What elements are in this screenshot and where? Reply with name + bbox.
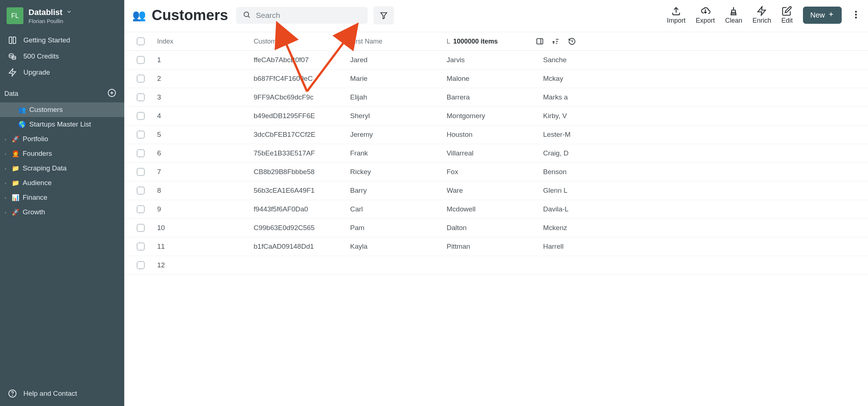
search-box[interactable] [236, 7, 368, 24]
cell-first-name: Rickey [350, 163, 447, 181]
table-row[interactable]: 2b687FfC4F1600eCMarieMaloneMckay [124, 69, 868, 88]
edit-icon [782, 6, 792, 16]
cell-extra: Mckay [543, 69, 563, 88]
clean-button[interactable]: Clean [725, 6, 742, 25]
row-checkbox[interactable] [137, 112, 145, 120]
cell-first-name: Kayla [350, 237, 447, 256]
column-index[interactable]: Index [157, 33, 254, 50]
sidebar: FL Datablist Florian Poullin Getting Sta… [0, 0, 124, 406]
svg-line-9 [248, 16, 250, 18]
more-menu-button[interactable] [852, 7, 860, 23]
nav-item[interactable]: ›📁Scraping Data [0, 161, 124, 176]
table-row[interactable]: 4b49edDB1295FF6ESherylMontgomeryKirby, V [124, 107, 868, 125]
sort-button[interactable] [552, 37, 560, 45]
nav-item[interactable]: 👥Customers [0, 102, 124, 117]
cell-customer-id: 9FF9ACbc69dcF9c [254, 88, 350, 106]
table-row[interactable]: 675bEe1B33E517AFFrankVillarrealCraig, D [124, 144, 868, 163]
table-row[interactable]: 856b3cEA1E6A49F1BarryWareGlenn L [124, 181, 868, 200]
nav-emoji: 📁 [11, 179, 20, 187]
table-row[interactable]: 39FF9ACbc69dcF9cElijahBarreraMarks a [124, 88, 868, 107]
edit-button[interactable]: Edit [781, 6, 793, 25]
search-input[interactable] [256, 11, 361, 20]
workspace-title: Datablist [29, 8, 62, 17]
row-checkbox[interactable] [137, 168, 145, 176]
help-link[interactable]: Help and Contact [0, 386, 124, 402]
row-checkbox[interactable] [137, 224, 145, 232]
add-collection-button[interactable] [107, 89, 116, 99]
cell-first-name: Sheryl [350, 107, 447, 125]
column-first-name[interactable]: First Name [350, 33, 447, 50]
table-body: 1ffeCAb7AbcB0f07JaredJarvisSanche2b687Ff… [124, 51, 868, 406]
cell-extra: Sanche [543, 51, 566, 69]
cell-last-name: Ware [447, 181, 543, 200]
cell-extra: Craig, D [543, 144, 569, 162]
table-row[interactable]: 7CB8b29B8Fbbbe58RickeyFoxBenson [124, 163, 868, 181]
nav-item[interactable]: ›🚀Portfolio [0, 132, 124, 146]
cell-last-name: Mcdowell [447, 200, 543, 218]
row-checkbox[interactable] [137, 261, 145, 269]
table-row[interactable]: 12 [124, 256, 868, 275]
search-icon [243, 11, 251, 20]
import-button[interactable]: Import [667, 6, 686, 25]
items-count: 1000000 items [453, 38, 498, 45]
nav-item[interactable]: ›🧑‍🦰Founders [0, 146, 124, 161]
table-row[interactable]: 53dcCbFEB17CCf2EJeremyHoustonLester-M [124, 125, 868, 144]
nav-emoji: 🌎 [18, 121, 26, 128]
row-checkbox[interactable] [137, 149, 145, 157]
cell-customer-id: 3dcCbFEB17CCf2E [254, 125, 350, 144]
filter-button[interactable] [374, 6, 394, 25]
cell-customer-id: f9443f5f6AF0Da0 [254, 200, 350, 218]
upload-icon [671, 6, 681, 16]
table-row[interactable]: 9f9443f5f6AF0Da0CarlMcdowellDavila-L [124, 200, 868, 219]
export-button[interactable]: Export [696, 6, 715, 25]
cell-index: 8 [157, 181, 254, 200]
table-row[interactable]: 11b1fCaAD09148Dd1KaylaPittmanHarrell [124, 237, 868, 256]
chevron-right-icon: › [3, 180, 8, 186]
cell-customer-id: b687FfC4F1600eC [254, 69, 350, 88]
workspace-switcher[interactable]: FL Datablist Florian Poullin [0, 4, 124, 31]
nav-item[interactable]: ›🚀Growth [0, 205, 124, 219]
cell-customer-id: b1fCaAD09148Dd1 [254, 237, 350, 256]
cell-last-name: Villarreal [447, 144, 543, 162]
enrich-button[interactable]: Enrich [753, 6, 771, 25]
column-customer-id[interactable]: Customer Id [254, 33, 350, 50]
nav-emoji: 📊 [11, 194, 20, 202]
nav-item[interactable]: ›📁Audience [0, 176, 124, 190]
cell-first-name: Marie [350, 69, 447, 88]
cell-index: 9 [157, 200, 254, 218]
cell-last-name: Dalton [447, 219, 543, 237]
cell-first-name: Pam [350, 219, 447, 237]
nav-emoji: 📁 [11, 165, 20, 172]
page-icon: 👥 [132, 9, 146, 22]
row-checkbox[interactable] [137, 131, 145, 139]
table-row[interactable]: 1ffeCAb7AbcB0f07JaredJarvisSanche [124, 51, 868, 69]
row-checkbox[interactable] [137, 75, 145, 83]
sidebar-item[interactable]: Getting Started [0, 32, 124, 48]
nav-item[interactable]: ›📊Finance [0, 190, 124, 205]
columns-toggle-button[interactable] [536, 37, 544, 45]
cell-customer-id: ffeCAb7AbcB0f07 [254, 51, 350, 69]
sidebar-item[interactable]: 500 Credits [0, 48, 124, 64]
cell-last-name: Malone [447, 69, 543, 88]
nav-emoji: 🚀 [11, 135, 20, 143]
select-all-checkbox[interactable] [137, 37, 145, 45]
nav-item[interactable]: 🌎Startups Master List [0, 117, 124, 132]
row-checkbox[interactable] [137, 243, 145, 251]
row-checkbox[interactable] [137, 93, 145, 101]
cell-customer-id [254, 260, 350, 270]
cell-index: 6 [157, 144, 254, 162]
sidebar-item[interactable]: Upgrade [0, 64, 124, 80]
svg-point-17 [855, 14, 857, 15]
table-row[interactable]: 10C99b63E0d92C565PamDaltonMckenz [124, 219, 868, 237]
row-checkbox[interactable] [137, 56, 145, 64]
history-button[interactable] [568, 37, 576, 45]
new-button[interactable]: New [803, 7, 842, 24]
cell-first-name: Elijah [350, 88, 447, 106]
book-icon [8, 36, 17, 45]
chevron-right-icon: › [3, 151, 8, 157]
row-checkbox[interactable] [137, 205, 145, 213]
svg-point-16 [855, 11, 857, 12]
cell-first-name: Jeremy [350, 125, 447, 144]
help-label: Help and Contact [23, 390, 77, 398]
row-checkbox[interactable] [137, 187, 145, 195]
